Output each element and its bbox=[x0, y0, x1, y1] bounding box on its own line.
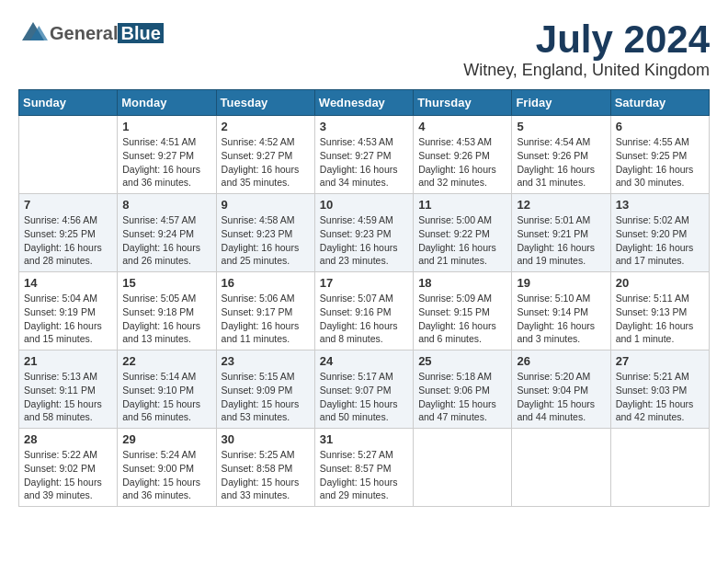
calendar-cell: 25Sunrise: 5:18 AM Sunset: 9:06 PM Dayli… bbox=[414, 350, 512, 429]
day-number: 14 bbox=[24, 276, 112, 290]
day-number: 5 bbox=[517, 120, 605, 133]
day-info: Sunrise: 5:09 AM Sunset: 9:15 PM Dayligh… bbox=[418, 292, 506, 346]
calendar-table: SundayMondayTuesdayWednesdayThursdayFrid… bbox=[18, 89, 710, 507]
weekday-header-sunday: Sunday bbox=[19, 90, 118, 116]
day-number: 31 bbox=[320, 432, 408, 446]
day-info: Sunrise: 5:00 AM Sunset: 9:22 PM Dayligh… bbox=[418, 213, 506, 268]
day-info: Sunrise: 5:07 AM Sunset: 9:16 PM Dayligh… bbox=[320, 292, 408, 346]
day-info: Sunrise: 5:05 AM Sunset: 9:18 PM Dayligh… bbox=[122, 292, 210, 346]
month-title: July 2024 bbox=[463, 18, 710, 61]
day-info: Sunrise: 5:24 AM Sunset: 9:00 PM Dayligh… bbox=[122, 448, 210, 502]
calendar-cell: 7Sunrise: 4:56 AM Sunset: 9:25 PM Daylig… bbox=[19, 194, 118, 272]
calendar-cell: 23Sunrise: 5:15 AM Sunset: 9:09 PM Dayli… bbox=[216, 350, 314, 429]
calendar-cell: 13Sunrise: 5:02 AM Sunset: 9:20 PM Dayli… bbox=[610, 194, 709, 272]
day-info: Sunrise: 5:25 AM Sunset: 8:58 PM Dayligh… bbox=[222, 448, 310, 502]
day-number: 7 bbox=[24, 198, 112, 212]
calendar-cell bbox=[414, 429, 512, 507]
day-number: 23 bbox=[222, 354, 310, 368]
weekday-header-thursday: Thursday bbox=[414, 90, 512, 116]
day-info: Sunrise: 4:58 AM Sunset: 9:23 PM Dayligh… bbox=[222, 213, 310, 268]
calendar-cell: 17Sunrise: 5:07 AM Sunset: 9:16 PM Dayli… bbox=[314, 272, 413, 350]
weekday-header-wednesday: Wednesday bbox=[314, 90, 413, 116]
day-number: 19 bbox=[517, 276, 605, 290]
day-number: 22 bbox=[122, 354, 210, 368]
weekday-header-monday: Monday bbox=[118, 90, 216, 116]
calendar-cell: 1Sunrise: 4:51 AM Sunset: 9:27 PM Daylig… bbox=[118, 116, 216, 194]
day-info: Sunrise: 5:22 AM Sunset: 9:02 PM Dayligh… bbox=[24, 448, 112, 502]
day-info: Sunrise: 5:27 AM Sunset: 8:57 PM Dayligh… bbox=[320, 448, 408, 502]
day-number: 16 bbox=[222, 276, 310, 290]
day-number: 9 bbox=[222, 198, 310, 212]
day-info: Sunrise: 5:17 AM Sunset: 9:07 PM Dayligh… bbox=[320, 370, 408, 424]
day-number: 29 bbox=[122, 432, 210, 446]
calendar-cell: 15Sunrise: 5:05 AM Sunset: 9:18 PM Dayli… bbox=[118, 272, 216, 350]
logo: GeneralBlue bbox=[18, 18, 164, 48]
day-number: 1 bbox=[122, 120, 210, 133]
calendar-cell: 20Sunrise: 5:11 AM Sunset: 9:13 PM Dayli… bbox=[610, 272, 709, 350]
calendar-cell: 19Sunrise: 5:10 AM Sunset: 9:14 PM Dayli… bbox=[512, 272, 610, 350]
calendar-week-row: 1Sunrise: 4:51 AM Sunset: 9:27 PM Daylig… bbox=[19, 116, 710, 194]
day-info: Sunrise: 5:10 AM Sunset: 9:14 PM Dayligh… bbox=[517, 292, 605, 346]
calendar-cell: 18Sunrise: 5:09 AM Sunset: 9:15 PM Dayli… bbox=[414, 272, 512, 350]
weekday-header-tuesday: Tuesday bbox=[216, 90, 314, 116]
day-info: Sunrise: 4:56 AM Sunset: 9:25 PM Dayligh… bbox=[24, 213, 112, 268]
day-number: 3 bbox=[320, 120, 408, 133]
weekday-header-saturday: Saturday bbox=[610, 90, 709, 116]
day-number: 27 bbox=[616, 354, 704, 368]
calendar-cell: 24Sunrise: 5:17 AM Sunset: 9:07 PM Dayli… bbox=[314, 350, 413, 429]
day-number: 26 bbox=[517, 354, 605, 368]
weekday-header-friday: Friday bbox=[512, 90, 610, 116]
calendar-cell: 28Sunrise: 5:22 AM Sunset: 9:02 PM Dayli… bbox=[19, 429, 118, 507]
day-number: 2 bbox=[222, 120, 310, 133]
day-info: Sunrise: 5:02 AM Sunset: 9:20 PM Dayligh… bbox=[616, 213, 704, 268]
day-number: 24 bbox=[320, 354, 408, 368]
calendar-cell: 2Sunrise: 4:52 AM Sunset: 9:27 PM Daylig… bbox=[216, 116, 314, 194]
calendar-cell: 11Sunrise: 5:00 AM Sunset: 9:22 PM Dayli… bbox=[414, 194, 512, 272]
day-number: 15 bbox=[122, 276, 210, 290]
calendar-cell: 26Sunrise: 5:20 AM Sunset: 9:04 PM Dayli… bbox=[512, 350, 610, 429]
calendar-cell bbox=[19, 116, 118, 194]
day-info: Sunrise: 5:21 AM Sunset: 9:03 PM Dayligh… bbox=[616, 370, 704, 424]
calendar-cell: 5Sunrise: 4:54 AM Sunset: 9:26 PM Daylig… bbox=[512, 116, 610, 194]
page-header: GeneralBlue July 2024 Witney, England, U… bbox=[18, 18, 710, 80]
calendar-cell: 22Sunrise: 5:14 AM Sunset: 9:10 PM Dayli… bbox=[118, 350, 216, 429]
day-info: Sunrise: 5:04 AM Sunset: 9:19 PM Dayligh… bbox=[24, 292, 112, 346]
day-info: Sunrise: 4:54 AM Sunset: 9:26 PM Dayligh… bbox=[517, 135, 605, 190]
weekday-header-row: SundayMondayTuesdayWednesdayThursdayFrid… bbox=[19, 90, 710, 116]
calendar-cell bbox=[610, 429, 709, 507]
logo-blue: Blue bbox=[118, 23, 163, 43]
day-info: Sunrise: 5:15 AM Sunset: 9:09 PM Dayligh… bbox=[222, 370, 310, 424]
calendar-cell: 4Sunrise: 4:53 AM Sunset: 9:26 PM Daylig… bbox=[414, 116, 512, 194]
calendar-week-row: 7Sunrise: 4:56 AM Sunset: 9:25 PM Daylig… bbox=[19, 194, 710, 272]
calendar-cell: 10Sunrise: 4:59 AM Sunset: 9:23 PM Dayli… bbox=[314, 194, 413, 272]
day-info: Sunrise: 4:55 AM Sunset: 9:25 PM Dayligh… bbox=[616, 135, 704, 190]
day-info: Sunrise: 4:52 AM Sunset: 9:27 PM Dayligh… bbox=[222, 135, 310, 190]
calendar-cell: 30Sunrise: 5:25 AM Sunset: 8:58 PM Dayli… bbox=[216, 429, 314, 507]
day-info: Sunrise: 5:14 AM Sunset: 9:10 PM Dayligh… bbox=[122, 370, 210, 424]
day-info: Sunrise: 5:13 AM Sunset: 9:11 PM Dayligh… bbox=[24, 370, 112, 424]
calendar-cell: 12Sunrise: 5:01 AM Sunset: 9:21 PM Dayli… bbox=[512, 194, 610, 272]
day-number: 4 bbox=[418, 120, 506, 133]
day-info: Sunrise: 5:06 AM Sunset: 9:17 PM Dayligh… bbox=[222, 292, 310, 346]
day-number: 20 bbox=[616, 276, 704, 290]
calendar-cell: 29Sunrise: 5:24 AM Sunset: 9:00 PM Dayli… bbox=[118, 429, 216, 507]
day-info: Sunrise: 4:57 AM Sunset: 9:24 PM Dayligh… bbox=[122, 213, 210, 268]
day-number: 17 bbox=[320, 276, 408, 290]
day-number: 28 bbox=[24, 432, 112, 446]
day-info: Sunrise: 5:11 AM Sunset: 9:13 PM Dayligh… bbox=[616, 292, 704, 346]
logo-text: GeneralBlue bbox=[50, 23, 164, 44]
calendar-cell: 3Sunrise: 4:53 AM Sunset: 9:27 PM Daylig… bbox=[314, 116, 413, 194]
day-number: 18 bbox=[418, 276, 506, 290]
calendar-cell: 14Sunrise: 5:04 AM Sunset: 9:19 PM Dayli… bbox=[19, 272, 118, 350]
calendar-cell: 9Sunrise: 4:58 AM Sunset: 9:23 PM Daylig… bbox=[216, 194, 314, 272]
day-info: Sunrise: 4:59 AM Sunset: 9:23 PM Dayligh… bbox=[320, 213, 408, 268]
day-info: Sunrise: 4:53 AM Sunset: 9:27 PM Dayligh… bbox=[320, 135, 408, 190]
location-title: Witney, England, United Kingdom bbox=[463, 61, 710, 80]
day-number: 8 bbox=[122, 198, 210, 212]
day-number: 13 bbox=[616, 198, 704, 212]
calendar-week-row: 14Sunrise: 5:04 AM Sunset: 9:19 PM Dayli… bbox=[19, 272, 710, 350]
calendar-cell: 27Sunrise: 5:21 AM Sunset: 9:03 PM Dayli… bbox=[610, 350, 709, 429]
calendar-cell: 31Sunrise: 5:27 AM Sunset: 8:57 PM Dayli… bbox=[314, 429, 413, 507]
day-info: Sunrise: 4:53 AM Sunset: 9:26 PM Dayligh… bbox=[418, 135, 506, 190]
title-area: July 2024 Witney, England, United Kingdo… bbox=[463, 18, 710, 80]
